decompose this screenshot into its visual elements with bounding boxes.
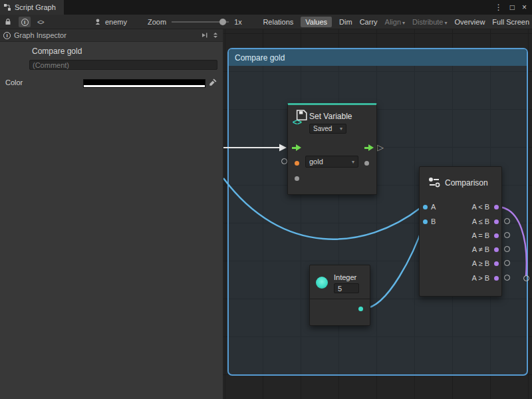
close-icon[interactable]: × bbox=[522, 0, 527, 15]
title-bar: Script Graph ⋮ □ × bbox=[0, 0, 532, 15]
unconnected-port[interactable] bbox=[281, 158, 287, 164]
node-comparison[interactable]: Comparison A A < B B A ≤ B A = B A ≠ B bbox=[419, 166, 502, 297]
node-title: Set Variable bbox=[309, 112, 352, 121]
dock-panel-icon[interactable] bbox=[200, 31, 208, 39]
node-title: Integer bbox=[334, 273, 356, 281]
output-label: A ≠ B bbox=[472, 245, 489, 253]
window-controls: ⋮ □ × bbox=[495, 0, 532, 15]
svg-text:<>: <> bbox=[293, 118, 302, 126]
zoom-value: 1x bbox=[234, 18, 242, 26]
chevron-down-icon: ▾ bbox=[402, 20, 405, 26]
zoom-label: Zoom bbox=[148, 18, 166, 26]
variable-kind-dropdown[interactable]: Saved ▾ bbox=[309, 124, 346, 134]
toolbar-left: i <> bbox=[4, 15, 44, 29]
zoom-control: Zoom 1x bbox=[148, 15, 242, 29]
value-output-port[interactable] bbox=[364, 161, 369, 166]
enemy-icon bbox=[94, 18, 102, 26]
carry-button[interactable]: Carry bbox=[360, 18, 378, 26]
info-icon: i bbox=[21, 19, 29, 26]
zoom-slider-handle[interactable] bbox=[219, 19, 226, 25]
relations-button[interactable]: Relations bbox=[263, 18, 293, 26]
info-icon: i bbox=[3, 32, 11, 39]
chevron-down-icon: ▾ bbox=[445, 20, 448, 26]
chevron-down-icon: ▾ bbox=[352, 159, 354, 165]
integer-icon bbox=[316, 277, 328, 289]
script-graph-icon bbox=[3, 3, 11, 11]
input-port-a[interactable] bbox=[423, 205, 428, 209]
value-input-port[interactable] bbox=[295, 176, 299, 181]
output-label: A ≤ B bbox=[472, 217, 489, 225]
empty-flow-port-icon[interactable]: ▷ bbox=[377, 142, 384, 154]
chevron-down-icon: ▾ bbox=[340, 126, 342, 132]
color-alpha-bar bbox=[84, 85, 205, 87]
output-port[interactable] bbox=[494, 247, 499, 252]
unconnected-port[interactable] bbox=[504, 246, 510, 252]
group-header[interactable]: Compare gold bbox=[229, 49, 527, 66]
output-port[interactable] bbox=[494, 276, 499, 281]
output-port[interactable] bbox=[494, 261, 499, 266]
output-label: A > B bbox=[471, 274, 489, 282]
flow-input-port[interactable] bbox=[292, 144, 301, 152]
graph-target[interactable]: enemy bbox=[94, 15, 127, 29]
input-port-b[interactable] bbox=[423, 219, 428, 224]
integer-value-field[interactable]: 5 bbox=[334, 283, 359, 293]
inspect-toggle-button[interactable]: i bbox=[19, 17, 31, 27]
node-divider bbox=[310, 299, 370, 299]
toolbar-buttons: Relations Values Dim Carry Align▾ Distri… bbox=[263, 15, 529, 29]
lock-icon[interactable] bbox=[4, 18, 12, 26]
unconnected-port[interactable] bbox=[504, 260, 510, 266]
comparison-row: B A ≤ B bbox=[420, 215, 501, 229]
graph-canvas[interactable]: Compare gold ▷ <> bbox=[223, 29, 532, 399]
unconnected-port[interactable] bbox=[523, 275, 529, 281]
color-field-label: Color bbox=[5, 78, 23, 86]
comparison-row: A > B bbox=[420, 271, 501, 285]
eyedropper-icon[interactable] bbox=[208, 78, 217, 87]
comparison-row: A ≠ B bbox=[420, 243, 501, 257]
output-port[interactable] bbox=[494, 219, 499, 224]
output-port[interactable] bbox=[494, 205, 499, 209]
panel-scrub-icon[interactable] bbox=[211, 31, 219, 39]
graph-inspector-panel: i Graph Inspector Compare gold Color bbox=[0, 29, 223, 399]
tab-title: Script Graph bbox=[15, 3, 56, 11]
dim-button[interactable]: Dim bbox=[339, 18, 352, 26]
node-set-variable[interactable]: <> Set Variable Saved ▾ gold ▾ bbox=[287, 103, 377, 195]
graph-inspector-header: i Graph Inspector bbox=[0, 29, 223, 42]
output-label: A < B bbox=[471, 203, 489, 211]
color-swatch[interactable] bbox=[83, 79, 205, 88]
group-title: Compare gold bbox=[235, 53, 285, 63]
output-port[interactable] bbox=[494, 233, 499, 238]
node-title: Comparison bbox=[445, 178, 488, 188]
graph-target-label: enemy bbox=[105, 18, 127, 26]
comparison-row: A A < B bbox=[420, 200, 501, 214]
unconnected-port[interactable] bbox=[504, 275, 510, 281]
graph-inspector-title: Graph Inspector bbox=[14, 31, 66, 39]
input-label: B bbox=[431, 217, 436, 225]
graph-title: Compare gold bbox=[32, 47, 82, 56]
input-label: A bbox=[431, 203, 436, 211]
variable-name-port[interactable] bbox=[295, 161, 299, 166]
full-screen-button[interactable]: Full Screen bbox=[492, 18, 529, 26]
output-label: A = B bbox=[471, 231, 489, 239]
overview-button[interactable]: Overview bbox=[455, 18, 485, 26]
unity-script-graph-window: Script Graph ⋮ □ × i <> enemy Zoom bbox=[0, 0, 532, 399]
integer-output-port[interactable] bbox=[358, 307, 363, 311]
variable-name-dropdown[interactable]: gold ▾ bbox=[305, 156, 358, 168]
window-menu-icon[interactable]: ⋮ bbox=[495, 0, 503, 15]
comparison-row: A ≥ B bbox=[420, 257, 501, 271]
unconnected-port[interactable] bbox=[504, 232, 510, 238]
tab-script-graph[interactable]: Script Graph bbox=[0, 0, 64, 15]
comment-input[interactable] bbox=[29, 60, 217, 70]
set-variable-icon: <> bbox=[292, 110, 308, 126]
flow-output-port[interactable] bbox=[364, 144, 374, 152]
node-integer[interactable]: Integer 5 bbox=[309, 265, 370, 326]
values-button[interactable]: Values bbox=[301, 17, 332, 27]
output-label: A ≥ B bbox=[472, 259, 489, 267]
maximize-icon[interactable]: □ bbox=[510, 0, 515, 15]
zoom-slider[interactable] bbox=[172, 18, 229, 26]
distribute-dropdown[interactable]: Distribute▾ bbox=[412, 18, 447, 26]
graph-toolbar: i <> enemy Zoom 1x Relations Values Dim … bbox=[0, 15, 532, 29]
code-preview-icon[interactable]: <> bbox=[37, 19, 44, 26]
unconnected-port[interactable] bbox=[504, 218, 510, 224]
comparison-row: A = B bbox=[420, 229, 501, 243]
align-dropdown[interactable]: Align▾ bbox=[385, 18, 405, 26]
